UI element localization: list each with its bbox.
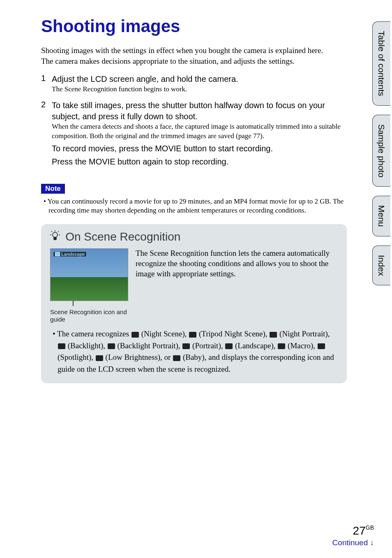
step-number: 2 <box>41 100 50 109</box>
page-number-value: 27 <box>353 524 366 537</box>
tip-scene-list: The camera recognizes (Night Scene), (Tr… <box>50 328 338 375</box>
svg-rect-11 <box>108 343 115 349</box>
step-subtext: When the camera detects and shoots a fac… <box>52 123 341 140</box>
scene-label-overlay: Landscape <box>53 251 87 257</box>
callout-line <box>73 301 74 306</box>
page-number: 27GB <box>332 524 374 537</box>
svg-rect-7 <box>131 332 139 338</box>
svg-rect-14 <box>278 343 285 349</box>
tab-menu[interactable]: Menu <box>372 196 390 236</box>
scene-list-item: The camera recognizes (Night Scene), (Tr… <box>58 328 338 375</box>
svg-line-5 <box>58 231 59 232</box>
step-2: 2 To take still images, press the shutte… <box>41 100 347 167</box>
scene-label-text: Landscape <box>61 252 85 257</box>
tip-image-column: Landscape Scene Recognition icon and gui… <box>50 248 128 323</box>
svg-rect-12 <box>182 343 190 349</box>
tip-description: The Scene Recognition function lets the … <box>136 248 338 323</box>
svg-rect-16 <box>96 355 103 361</box>
tab-sample-photo[interactable]: Sample photo <box>372 115 390 187</box>
svg-rect-6 <box>54 237 56 240</box>
svg-point-0 <box>53 232 58 237</box>
note-label: Note <box>41 184 65 194</box>
lightbulb-icon <box>50 231 63 243</box>
landscape-icon <box>55 252 60 256</box>
page-region: GB <box>366 524 374 531</box>
scene-recognition-preview: Landscape <box>50 248 128 301</box>
intro-text: Shooting images with the settings in eff… <box>41 45 347 66</box>
continued-indicator: Continued ↓ <box>332 538 374 547</box>
step-movie-2: Press the MOVIE button again to stop rec… <box>52 156 347 167</box>
side-tabs: Table of contents Sample photo Menu Inde… <box>372 21 392 294</box>
tip-title: On Scene Recognition <box>50 230 338 243</box>
svg-line-4 <box>51 231 52 232</box>
tab-index[interactable]: Index <box>372 245 390 285</box>
intro-line-2: The camera makes decisions appropriate t… <box>41 57 295 65</box>
tab-table-of-contents[interactable]: Table of contents <box>372 21 390 106</box>
svg-rect-8 <box>189 332 196 338</box>
step-heading: To take still images, press the shutter … <box>52 101 325 121</box>
step-heading: Adjust the LCD screen angle, and hold th… <box>52 74 238 83</box>
svg-rect-17 <box>173 355 180 361</box>
svg-rect-9 <box>270 332 277 338</box>
page-title: Shooting images <box>41 16 347 36</box>
intro-line-1: Shooting images with the settings in eff… <box>41 46 323 55</box>
step-subtext: The Scene Recognition function begins to… <box>52 85 187 93</box>
step-1: 1 Adjust the LCD screen angle, and hold … <box>41 74 347 94</box>
step-number: 1 <box>41 74 50 83</box>
step-movie-1: To record movies, press the MOVIE button… <box>52 143 347 154</box>
tip-title-text: On Scene Recognition <box>65 230 180 243</box>
page-footer: 27GB Continued ↓ <box>332 524 374 547</box>
tip-caption: Scene Recognition icon and guide <box>50 308 128 323</box>
note-list: You can continuously record a movie for … <box>41 197 347 215</box>
svg-rect-13 <box>225 343 233 349</box>
svg-rect-10 <box>58 343 65 349</box>
note-item: You can continuously record a movie for … <box>48 197 347 215</box>
tip-box: On Scene Recognition Landscape Scene Rec… <box>41 224 347 383</box>
svg-rect-15 <box>318 343 325 349</box>
